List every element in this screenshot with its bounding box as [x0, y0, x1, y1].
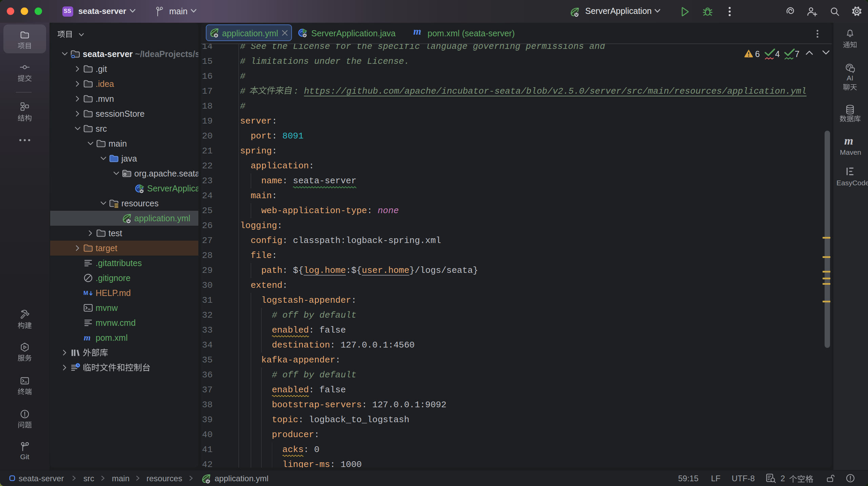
- svg-text:M: M: [83, 290, 88, 296]
- svg-text:m: m: [84, 333, 91, 342]
